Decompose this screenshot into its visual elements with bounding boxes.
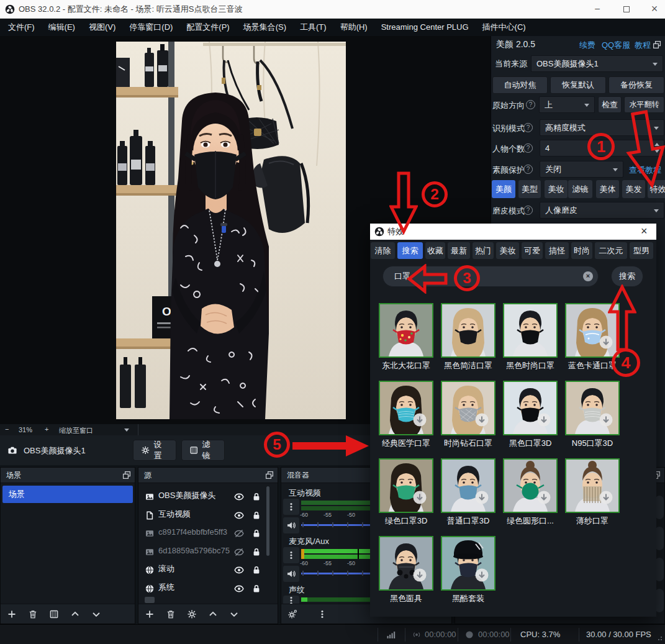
source-properties-icon[interactable] bbox=[187, 609, 197, 619]
qq-support-link[interactable]: QQ客服 bbox=[602, 40, 630, 51]
beauty-tab-1[interactable]: 美型 bbox=[518, 180, 541, 198]
effects-tab-6[interactable]: 可爱 bbox=[522, 242, 543, 259]
source-label: 系统 bbox=[158, 579, 174, 596]
remove-scene-icon[interactable] bbox=[28, 609, 38, 619]
skin-smooth-mode-select[interactable]: 人像磨皮 bbox=[540, 202, 664, 219]
remove-source-icon[interactable] bbox=[166, 609, 176, 619]
effect-label: 普通口罩3D bbox=[436, 515, 500, 527]
effect-thumbnail[interactable] bbox=[441, 536, 495, 591]
check-button[interactable]: 检查 bbox=[598, 96, 622, 113]
popout-icon[interactable] bbox=[122, 470, 132, 486]
bare-face-protect-select[interactable]: 关闭 bbox=[540, 161, 623, 178]
menu-item-2[interactable]: 视图(V) bbox=[82, 19, 122, 36]
annotation-arrow bbox=[407, 264, 448, 294]
effect-thumbnail[interactable] bbox=[503, 458, 558, 513]
mixer-menu-icon[interactable] bbox=[317, 609, 327, 619]
divider bbox=[510, 628, 511, 642]
channel-menu-button[interactable] bbox=[283, 547, 299, 563]
add-scene-icon[interactable] bbox=[7, 609, 17, 619]
effect-thumbnail[interactable] bbox=[379, 458, 433, 513]
menu-item-6[interactable]: 工具(T) bbox=[293, 19, 333, 36]
close-button[interactable]: × bbox=[641, 0, 665, 19]
scene-filters-icon[interactable] bbox=[49, 609, 59, 619]
effect-thumbnail[interactable] bbox=[379, 381, 433, 435]
beauty-tab-4[interactable]: 美体 bbox=[596, 180, 619, 198]
dialog-close-icon[interactable]: × bbox=[641, 224, 648, 239]
effects-tab-9[interactable]: 二次元 bbox=[595, 242, 627, 259]
beauty-tab-3[interactable]: 滤镜 bbox=[568, 180, 592, 198]
add-source-icon[interactable] bbox=[145, 609, 155, 619]
mute-button[interactable] bbox=[283, 566, 299, 582]
menu-item-9[interactable]: 插件中心(C) bbox=[476, 19, 533, 36]
current-source-select[interactable]: OBS美颜摄像头1 bbox=[531, 55, 663, 72]
restore-default-button[interactable]: 恢复默认 bbox=[550, 76, 606, 94]
clear-search-icon[interactable]: × bbox=[583, 271, 593, 281]
menu-item-0[interactable]: 文件(F) bbox=[1, 19, 42, 36]
scene-list-item[interactable]: 场景 bbox=[2, 486, 133, 503]
move-up-icon[interactable] bbox=[70, 609, 80, 619]
source-row[interactable]: 滚动 bbox=[138, 560, 279, 578]
tutorial-link[interactable]: 教程 bbox=[635, 40, 651, 51]
beauty-tab-2[interactable]: 美妆 bbox=[545, 180, 568, 198]
source-row[interactable]: c8917f4ebbfbfe5ff3 bbox=[138, 524, 279, 541]
beauty-tab-0[interactable]: 美颜 bbox=[492, 180, 515, 198]
mute-button[interactable] bbox=[283, 517, 299, 533]
source-row[interactable]: OBS美颜摄像头 bbox=[138, 487, 279, 504]
effects-tab-4[interactable]: 热门 bbox=[473, 242, 494, 259]
menu-item-8[interactable]: Streaming Center PLUG bbox=[374, 19, 476, 36]
effect-thumbnail[interactable] bbox=[441, 381, 495, 435]
popout-icon[interactable] bbox=[652, 40, 662, 52]
status-bar: 00:00:0000:00:00CPU: 3.7%30.00 / 30.00 F… bbox=[0, 624, 665, 644]
zoom-out-button[interactable]: − bbox=[5, 425, 9, 433]
source-row[interactable]: 系统 bbox=[138, 579, 279, 596]
minimize-button[interactable]: − bbox=[584, 0, 610, 19]
dock-button[interactable] bbox=[655, 527, 664, 550]
dock-button[interactable] bbox=[655, 496, 664, 519]
advanced-audio-icon[interactable] bbox=[287, 609, 297, 619]
menu-item-3[interactable]: 停靠窗口(D) bbox=[122, 19, 179, 36]
source-row[interactable]: 6d18859a5796bc75 bbox=[138, 542, 279, 560]
search-button[interactable]: 搜索 bbox=[611, 266, 643, 287]
move-up-icon[interactable] bbox=[208, 609, 218, 619]
effects-tab-10[interactable]: 型男 bbox=[630, 242, 653, 259]
effect-thumbnail[interactable] bbox=[565, 381, 620, 435]
effects-tab-8[interactable]: 时尚 bbox=[571, 242, 592, 259]
effect-thumbnail[interactable] bbox=[441, 458, 495, 513]
menu-item-5[interactable]: 场景集合(S) bbox=[237, 19, 293, 36]
move-down-icon[interactable] bbox=[91, 609, 101, 619]
effects-tab-3[interactable]: 最新 bbox=[448, 242, 470, 259]
effects-tab-1[interactable]: 搜索 bbox=[397, 242, 423, 259]
menu-item-4[interactable]: 配置文件(P) bbox=[179, 19, 236, 36]
effect-thumbnail[interactable] bbox=[379, 303, 433, 358]
effects-tab-2[interactable]: 收藏 bbox=[425, 242, 445, 259]
camera-filters-button[interactable]: 滤镜 bbox=[181, 440, 225, 461]
dock-button[interactable] bbox=[655, 589, 664, 612]
orientation-select[interactable]: 上 bbox=[539, 96, 595, 113]
move-down-icon[interactable] bbox=[229, 609, 239, 619]
effects-tab-5[interactable]: 美妆 bbox=[496, 242, 519, 259]
effect-preview-image bbox=[566, 460, 618, 514]
backup-restore-button[interactable]: 备份恢复 bbox=[608, 76, 664, 94]
effect-thumbnail[interactable] bbox=[565, 458, 620, 513]
renew-link[interactable]: 续费 bbox=[579, 40, 595, 51]
fit-to-window-select[interactable]: 缩放至窗口 bbox=[59, 426, 93, 435]
maximize-button[interactable] bbox=[613, 0, 640, 19]
effect-thumbnail[interactable] bbox=[503, 303, 558, 358]
eye-icon[interactable] bbox=[234, 583, 244, 600]
dock-button[interactable] bbox=[655, 558, 664, 581]
lock-icon[interactable] bbox=[251, 583, 261, 600]
effect-thumbnail[interactable] bbox=[379, 536, 433, 591]
autofocus-button[interactable]: 自动对焦 bbox=[492, 76, 548, 94]
source-row[interactable]: 互动视频 bbox=[138, 506, 279, 523]
menu-item-7[interactable]: 帮助(H) bbox=[333, 19, 374, 36]
effects-tab-7[interactable]: 搞怪 bbox=[545, 242, 569, 259]
effect-thumbnail[interactable] bbox=[441, 303, 495, 358]
menu-item-1[interactable]: 编辑(E) bbox=[42, 19, 82, 36]
channel-menu-button[interactable] bbox=[283, 499, 299, 515]
scrollbar[interactable] bbox=[266, 486, 269, 556]
effects-tab-0[interactable]: 清除 bbox=[371, 242, 395, 259]
effect-thumbnail[interactable] bbox=[503, 381, 558, 435]
zoom-in-button[interactable]: + bbox=[45, 425, 48, 433]
mixer-channel-label: 声纹 bbox=[289, 584, 305, 596]
camera-settings-button[interactable]: 设置 bbox=[133, 440, 176, 461]
